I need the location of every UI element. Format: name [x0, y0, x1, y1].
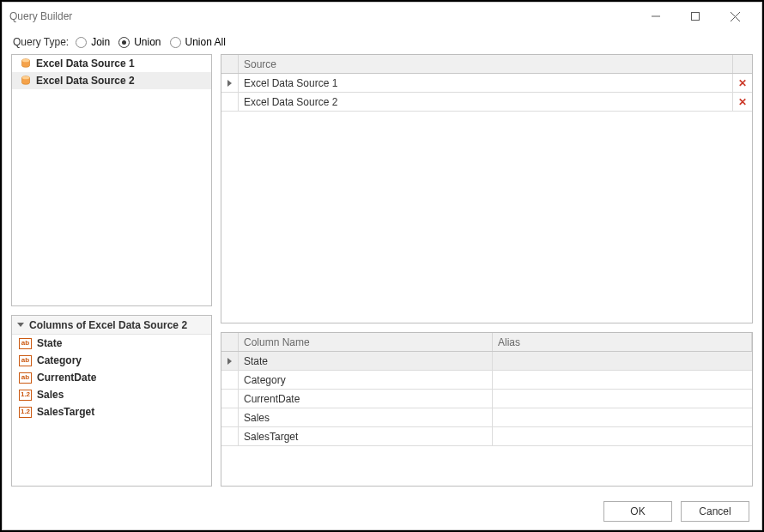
alias-cell[interactable] — [493, 390, 752, 408]
query-type-label: Query Type: — [13, 36, 69, 48]
indicator-header — [221, 333, 239, 351]
window-buttons — [636, 4, 755, 28]
column-item-label: Category — [37, 354, 82, 366]
minimize-button[interactable] — [636, 4, 676, 28]
column-item[interactable]: 1.2Sales — [12, 386, 211, 403]
type-badge-icon: ab — [19, 355, 32, 366]
cancel-button[interactable]: Cancel — [681, 501, 749, 522]
alias-cell[interactable] — [493, 371, 752, 389]
right-column: Source Excel Data Source 1✕Excel Data So… — [221, 54, 753, 487]
source-column-header[interactable]: Source — [239, 55, 733, 73]
column-item-label: CurrentDate — [37, 372, 96, 384]
column-item[interactable]: abCurrentDate — [12, 369, 211, 386]
columns-list: abStateabCategoryabCurrentDate1.2Sales1.… — [12, 335, 211, 420]
alias-cell[interactable] — [493, 352, 752, 370]
delete-icon: ✕ — [738, 77, 747, 89]
columns-panel-header[interactable]: Columns of Excel Data Source 2 — [12, 316, 211, 335]
row-indicator — [221, 371, 239, 389]
alias-cell[interactable] — [493, 408, 752, 426]
delete-icon: ✕ — [738, 96, 747, 108]
left-column: Excel Data Source 1Excel Data Source 2 C… — [11, 54, 212, 487]
column-item[interactable]: 1.2SalesTarget — [12, 403, 211, 420]
database-icon — [21, 76, 31, 86]
current-row-icon — [227, 358, 232, 365]
source-grid-body: Excel Data Source 1✕Excel Data Source 2✕ — [221, 74, 752, 112]
radio-join-label: Join — [91, 36, 110, 48]
table-row[interactable]: CurrentDate — [221, 390, 752, 408]
query-type-toolbar: Query Type: Join Union Union All — [3, 30, 761, 54]
row-indicator — [221, 93, 239, 111]
source-cell[interactable]: Excel Data Source 1 — [239, 74, 733, 92]
window-title: Query Builder — [9, 10, 636, 22]
close-icon — [731, 12, 740, 21]
radio-icon — [76, 37, 87, 48]
table-row[interactable]: Excel Data Source 2✕ — [221, 93, 752, 112]
column-name-header[interactable]: Column Name — [239, 333, 493, 351]
svg-point-7 — [22, 76, 30, 80]
type-badge-icon: 1.2 — [19, 390, 32, 401]
sources-panel: Excel Data Source 1Excel Data Source 2 — [11, 54, 212, 306]
table-row[interactable]: State — [221, 352, 752, 371]
column-grid-body: StateCategoryCurrentDateSalesSalesTarget — [221, 352, 752, 446]
columns-panel: Columns of Excel Data Source 2 abStateab… — [11, 315, 212, 487]
table-row[interactable]: Sales — [221, 408, 752, 427]
radio-union-label: Union — [134, 36, 161, 48]
column-name-cell[interactable]: CurrentDate — [239, 390, 493, 408]
minimize-icon — [652, 12, 660, 21]
query-type-radio-group: Join Union Union All — [76, 36, 226, 48]
chevron-down-icon — [17, 323, 24, 327]
table-row[interactable]: SalesTarget — [221, 427, 752, 446]
type-badge-icon: ab — [19, 338, 32, 349]
database-icon — [21, 58, 31, 69]
indicator-header — [221, 55, 239, 73]
maximize-button[interactable] — [676, 4, 715, 28]
type-badge-icon: 1.2 — [19, 407, 32, 418]
row-indicator — [221, 427, 239, 445]
radio-join[interactable]: Join — [76, 36, 110, 48]
column-item-label: SalesTarget — [37, 406, 94, 418]
row-indicator — [221, 408, 239, 426]
delete-row-button[interactable]: ✕ — [733, 93, 752, 111]
radio-icon — [118, 37, 130, 48]
columns-header-text: Columns of Excel Data Source 2 — [29, 319, 187, 331]
dialog-footer: OK Cancel — [3, 493, 761, 529]
source-item-label: Excel Data Source 2 — [36, 75, 135, 87]
client-area: Excel Data Source 1Excel Data Source 2 C… — [3, 54, 761, 493]
column-item-label: State — [37, 337, 62, 349]
alias-cell[interactable] — [493, 427, 752, 445]
svg-rect-1 — [692, 13, 700, 21]
source-item[interactable]: Excel Data Source 2 — [12, 72, 211, 89]
svg-point-5 — [22, 59, 30, 63]
current-row-icon — [227, 80, 232, 87]
column-name-cell[interactable]: State — [239, 352, 493, 370]
close-button[interactable] — [715, 4, 755, 28]
column-name-cell[interactable]: Category — [239, 371, 493, 389]
source-grid: Source Excel Data Source 1✕Excel Data So… — [221, 54, 753, 323]
column-item[interactable]: abCategory — [12, 352, 211, 369]
source-item[interactable]: Excel Data Source 1 — [12, 55, 211, 72]
alias-header[interactable]: Alias — [493, 333, 752, 351]
radio-union[interactable]: Union — [118, 36, 161, 48]
column-grid: Column Name Alias StateCategoryCurrentDa… — [221, 332, 753, 487]
maximize-icon — [691, 12, 700, 21]
radio-union-all-label: Union All — [185, 36, 226, 48]
source-item-label: Excel Data Source 1 — [36, 57, 135, 70]
row-indicator — [221, 74, 239, 92]
row-indicator — [221, 352, 239, 370]
column-name-cell[interactable]: Sales — [239, 408, 493, 426]
row-indicator — [221, 390, 239, 408]
column-item-label: Sales — [37, 389, 64, 401]
radio-icon — [170, 37, 181, 48]
source-grid-header: Source — [221, 55, 752, 74]
table-row[interactable]: Excel Data Source 1✕ — [221, 74, 752, 93]
query-builder-window: Query Builder Query Type: Join Union — [2, 2, 762, 530]
delete-row-button[interactable]: ✕ — [733, 74, 752, 92]
ok-button[interactable]: OK — [603, 501, 672, 522]
column-item[interactable]: abState — [12, 335, 211, 352]
table-row[interactable]: Category — [221, 371, 752, 390]
column-grid-header: Column Name Alias — [221, 333, 752, 352]
source-cell[interactable]: Excel Data Source 2 — [239, 93, 733, 111]
column-name-cell[interactable]: SalesTarget — [239, 427, 493, 445]
radio-union-all[interactable]: Union All — [170, 36, 226, 48]
titlebar: Query Builder — [3, 3, 761, 30]
